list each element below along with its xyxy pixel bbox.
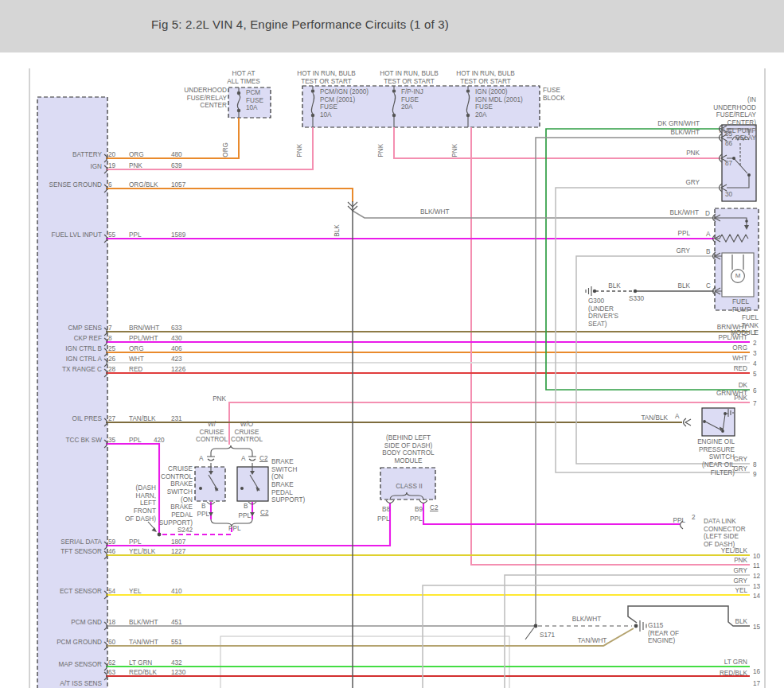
pnk-vertical-label-3: PNK: [451, 144, 459, 157]
right-color: PNK: [734, 395, 747, 402]
g115-ground-icon: [640, 620, 646, 632]
pin-color: PPL: [129, 231, 141, 239]
hot-at-all-times-label: HOT AT ALL TIMES: [227, 70, 259, 85]
underhood-center-label: UNDERHOOD FUSE/RELAY CENTER: [184, 87, 227, 110]
right-num: 6: [753, 387, 757, 395]
right-num: 1: [753, 329, 757, 337]
ftm-pin-a: A: [706, 231, 710, 239]
dlc-title: DATA LINK CONNECTOR (LEFT SIDE OF DASH): [704, 518, 746, 549]
right-num: 9: [753, 471, 757, 479]
pnk-vertical-label-1: PNK: [296, 144, 304, 157]
pin-num: 35: [108, 437, 115, 445]
pin-circuit: 480: [171, 151, 182, 159]
s171-label: S171: [540, 632, 555, 639]
relay-pin-85: 85: [725, 130, 732, 138]
pin-color: ORG: [129, 345, 144, 353]
g300-blk-label: BLK: [608, 282, 620, 290]
brake-switch-label: BRAKE SWITCH (ON BRAKE PEDAL SUPPORT): [271, 458, 305, 504]
ftm-wire-b: GRY: [676, 247, 690, 255]
right-color: WHT: [732, 355, 747, 363]
pin-circuit: 1589: [171, 231, 185, 239]
bcm-c2-label: C2: [430, 504, 438, 512]
pin-num: 26: [108, 356, 115, 363]
wire-blk-g115-row15: [628, 606, 750, 626]
pin-num: 54: [108, 588, 115, 596]
fuse3-label: IGN (2000) IGN MDL (2001) FUSE 20A: [475, 88, 523, 119]
relay-wire-87: PNK: [686, 150, 700, 157]
s171-leader: [525, 628, 534, 639]
right-color: PNK: [734, 557, 747, 565]
ftm-pin-c: C: [706, 282, 711, 290]
pin-name: MAP SENSOR: [59, 661, 102, 669]
pin-color: RED/BLK: [129, 669, 157, 677]
right-color: GRY: [733, 456, 747, 464]
hot-in-run-label-1: HOT IN RUN, BULB TEST OR START: [297, 70, 356, 85]
pin-name: ECT SENSOR: [60, 588, 102, 596]
pin-name: OIL PRES: [72, 415, 102, 423]
pin-name: PCM GND: [71, 619, 102, 627]
pin-num: 46: [108, 548, 115, 556]
pin-color: LT GRN: [129, 659, 152, 667]
right-num: 8: [753, 461, 757, 469]
right-color: RED: [734, 365, 747, 373]
g300-dot: [593, 290, 596, 293]
pin-b-left: B: [201, 503, 205, 511]
s330-splice-dot: [634, 290, 637, 293]
pin-num: 20: [108, 151, 115, 159]
org-vertical-label: ORG: [222, 142, 230, 157]
pin-color: YEL: [129, 588, 141, 596]
right-color: PPL/WHT: [719, 334, 747, 342]
oil-pin-a: A: [675, 413, 679, 421]
pin-name: IGN: [90, 163, 102, 171]
pin-a-right: A: [241, 455, 245, 463]
c2-bottom-label: C2: [260, 509, 268, 517]
pin-color: YEL/BLK: [129, 548, 155, 556]
pin-num: 60: [108, 639, 115, 647]
bcm-pin-b9: B9: [415, 506, 423, 514]
pin-color: PNK: [129, 162, 142, 170]
pin-circuit: 432: [171, 659, 182, 667]
pin-color: PPL/WHT: [129, 335, 158, 343]
wiring-diagram: HOT AT ALL TIMES HOT IN RUN, BULB TEST O…: [0, 0, 784, 688]
pin-color: PPL: [129, 437, 141, 445]
pin-circuit: 1226: [171, 366, 185, 374]
right-color: ORG: [732, 344, 747, 352]
blk-vertical-label: BLK: [333, 224, 341, 236]
dlc-pin-2: 2: [692, 514, 696, 522]
pin-name: CMP SENS: [68, 325, 102, 332]
right-color: LT GRN: [724, 659, 747, 667]
pin-color: BRN/WHT: [129, 325, 159, 332]
right-num: 16: [753, 668, 760, 676]
pin-name: A/T ISS SENS: [60, 680, 102, 688]
fuel-pump-label: FUEL PUMP: [732, 298, 751, 313]
pin-num: 27: [108, 415, 115, 423]
ftm-pin-b: B: [706, 248, 710, 256]
s330-label: S330: [629, 295, 644, 303]
without-cruise-label: W/O CRUISE CONTROL: [231, 421, 263, 444]
oil-switch-title: ENGINE OIL PRESSURE SWITCH (NEAR OIL FIL…: [685, 438, 735, 476]
class2-label: CLASS II: [396, 483, 423, 491]
pin-num: 6: [108, 181, 112, 189]
ppl-right-label: PPL: [239, 512, 251, 520]
pin-name: IGN CTRL A: [66, 356, 102, 363]
wire-blkwht-ftm-d: [353, 211, 714, 218]
pin-circuit: 420: [154, 437, 165, 445]
right-num: 5: [753, 371, 757, 379]
right-num: 13: [753, 583, 760, 591]
ftm-wire-a: PPL: [678, 230, 690, 238]
with-cruise-label: W/ CRUISE CONTROL: [196, 421, 228, 444]
pin-name: FUEL LVL INPUT: [52, 231, 102, 239]
cutoff-component-outline: [220, 636, 509, 688]
ftm-pin-d: D: [705, 210, 710, 218]
right-num: 4: [753, 360, 757, 368]
pin-circuit: 1230: [171, 669, 185, 677]
right-num: 3: [753, 350, 757, 358]
ftm-wire-c: BLK: [678, 282, 690, 290]
right-color: YEL: [735, 587, 747, 595]
pin-circuit: 406: [171, 345, 182, 353]
pin-num: 63: [108, 669, 115, 677]
oil-pressure-switch-box: [702, 408, 735, 436]
g115-dot: [634, 624, 638, 628]
blkwht-mid-label: BLK/WHT: [420, 208, 449, 216]
relay-wire-85: DK GRN/WHT: [657, 120, 700, 128]
